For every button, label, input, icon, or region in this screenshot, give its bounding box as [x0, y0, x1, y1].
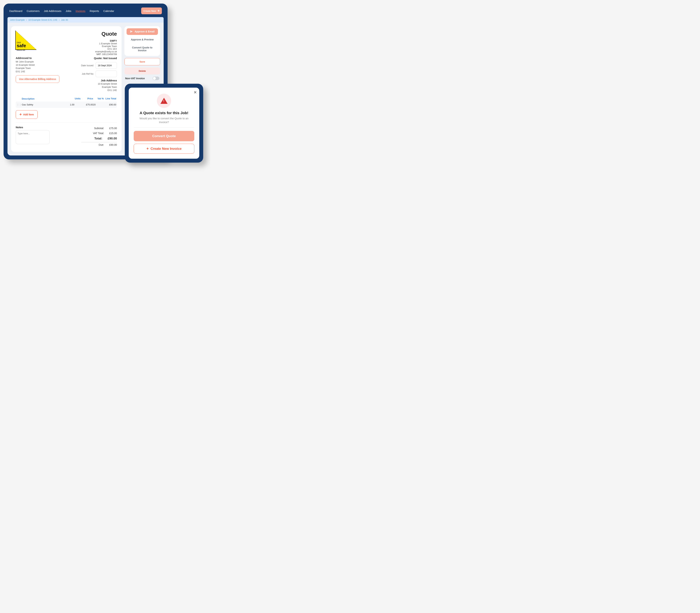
breadcrumb-customer[interactable]: John Example: [10, 18, 25, 21]
col-description: Description: [22, 97, 70, 100]
top-nav: Dashboard Customers Job Addresses Jobs I…: [8, 8, 164, 17]
company-postcode: EX1 1EX: [95, 48, 117, 50]
approve-email-label: Approve & Email: [135, 30, 154, 33]
logo-safe: safe: [17, 43, 26, 48]
create-new-button[interactable]: Create New +: [141, 8, 162, 14]
save-button[interactable]: Save: [124, 58, 160, 65]
modal-window: ✕ A Quote exists for this Job! Would you…: [125, 84, 203, 162]
addressed-name: Mr John Example: [16, 60, 59, 63]
create-new-invoice-button[interactable]: + Create New Invoice: [134, 144, 194, 154]
col-units: Units: [70, 97, 80, 100]
quote-header: GAS safe REGISTER Quote SWFY 1 Example S…: [16, 31, 117, 55]
nav-customers[interactable]: Customers: [27, 10, 40, 12]
job-address-line2: Example Town: [81, 86, 117, 89]
company-vat: VAT: GB123456789: [95, 53, 117, 55]
job-address-block: Job Address 10 Example Street Example To…: [81, 79, 117, 92]
addressed-line2: Example Town: [16, 67, 59, 70]
nonvat-toggle[interactable]: [153, 77, 160, 80]
status-fields: Quote: Not Issued Date Issued Job Ref No…: [81, 57, 117, 92]
actions-sidebar: Approve & Email Approve & Preview Conver…: [124, 26, 160, 80]
create-new-label: Create New: [143, 10, 156, 12]
col-line-total: Line Total: [104, 97, 116, 100]
gas-safe-logo-icon: GAS safe REGISTER: [16, 31, 37, 54]
nonvat-row: Non-VAT Invoice: [124, 77, 160, 80]
plus-icon: +: [147, 147, 149, 151]
approve-preview-button[interactable]: Approve & Preview: [127, 36, 158, 43]
cell-line-total: £90.00: [104, 103, 116, 106]
job-ref-input[interactable]: [96, 70, 117, 77]
job-address-heading: Job Address: [81, 79, 117, 82]
quote-title-block: Quote SWFY 1 Example Street Example Town…: [95, 31, 117, 55]
breadcrumb-address[interactable]: 10 Example Street EX1 1XE: [28, 18, 58, 21]
quote-status: Quote: Not Issued: [81, 57, 117, 60]
vat-total-label: VAT Total:: [81, 132, 104, 135]
date-issued-input[interactable]: [96, 62, 117, 69]
table-row[interactable]: ⋮⋮ Gas Safety 1.00 £75.00 20 £90.00: [16, 102, 117, 108]
close-icon[interactable]: ✕: [194, 90, 197, 95]
add-item-label: Add Item: [23, 113, 34, 116]
delete-button[interactable]: Delete: [124, 67, 160, 75]
drag-handle-icon[interactable]: ⋮⋮: [16, 103, 22, 106]
addressed-to-heading: Addressed to: [16, 57, 59, 60]
addressed-row: Addressed to Mr John Example 10 Example …: [16, 57, 117, 92]
nonvat-label: Non-VAT Invoice: [125, 77, 145, 80]
convert-quote-button[interactable]: Convert Quote to Invoice: [127, 44, 158, 54]
cell-units: 1.00: [70, 103, 80, 106]
addressed-to-block: Addressed to Mr John Example 10 Example …: [16, 57, 59, 83]
breadcrumb-job[interactable]: Job 30: [61, 18, 68, 21]
modal-card: ✕ A Quote exists for this Job! Would you…: [129, 88, 199, 159]
vat-value: : GB123456789: [101, 53, 117, 55]
job-address-postcode: EX1 1XE: [81, 89, 117, 92]
cell-price: £75.00: [80, 103, 93, 106]
date-issued-label: Date Issued: [81, 64, 93, 67]
notes-textarea[interactable]: [16, 130, 50, 144]
nav-invoices[interactable]: Invoices: [76, 10, 85, 12]
convert-quote-modal-button[interactable]: Convert Quote: [134, 131, 194, 141]
send-icon: [130, 30, 133, 33]
addressed-postcode: EX1 1XE: [16, 70, 59, 73]
create-new-invoice-label: Create New Invoice: [151, 147, 181, 151]
nav-jobs[interactable]: Jobs: [66, 10, 71, 12]
job-address-line1: 10 Example Street: [81, 82, 117, 86]
table-header: Description Units Price Vat % Line Total: [16, 96, 117, 102]
company-logo: GAS safe REGISTER: [16, 31, 39, 54]
add-item-button[interactable]: + Add Item: [16, 110, 38, 119]
nav-reports[interactable]: Reports: [90, 10, 99, 12]
actions-card: Approve & Email Approve & Preview Conver…: [124, 26, 160, 56]
due-label: Due:: [81, 143, 104, 146]
breadcrumb-separator: ›: [59, 18, 60, 21]
cell-description: Gas Safety: [22, 103, 70, 106]
nav-links: Dashboard Customers Job Addresses Jobs I…: [9, 10, 114, 12]
company-email: example@swfy.co.uk: [95, 50, 117, 53]
totals-block: Subtotal: £75.00 VAT Total: £15.00 Total…: [81, 126, 117, 147]
addressed-line1: 10 Example Street: [16, 63, 59, 67]
modal-subtitle: Would you like to convert the Quote to a…: [134, 116, 194, 124]
notes-block: Notes: [16, 126, 50, 147]
company-line2: Example Town: [95, 45, 117, 48]
vat-total-value: £15.00: [109, 132, 117, 135]
nav-job-addresses[interactable]: Job Addresses: [44, 10, 61, 12]
col-price: Price: [80, 97, 93, 100]
company-line1: 1 Example Street: [95, 42, 117, 45]
notes-heading: Notes: [16, 126, 50, 129]
subtotal-label: Subtotal:: [81, 127, 104, 130]
modal-title: A Quote exists for this Job!: [134, 111, 194, 115]
logo-register: REGISTER: [17, 49, 26, 51]
bottom-row: Notes Subtotal: £75.00 VAT Total: £15.00…: [16, 122, 117, 147]
breadcrumb: John Example › 10 Example Street EX1 1XE…: [8, 17, 164, 23]
approve-email-button[interactable]: Approve & Email: [127, 28, 158, 35]
subtotal-value: £75.00: [109, 127, 117, 130]
cell-vat: 20: [93, 103, 104, 106]
nav-calendar[interactable]: Calendar: [103, 10, 114, 12]
company-name: SWFY: [95, 39, 117, 42]
plus-icon: +: [20, 113, 22, 116]
alt-billing-button[interactable]: Use Alternative Billing Address: [16, 75, 59, 83]
plus-icon: +: [157, 9, 160, 13]
total-value: £90.00: [108, 137, 117, 140]
vat-label: VAT: [97, 53, 101, 55]
col-vat: Vat %: [93, 97, 104, 100]
job-ref-label: Job Ref No: [82, 73, 93, 75]
quote-card: GAS safe REGISTER Quote SWFY 1 Example S…: [11, 26, 122, 152]
warning-icon: [157, 94, 171, 108]
nav-dashboard[interactable]: Dashboard: [9, 10, 22, 12]
